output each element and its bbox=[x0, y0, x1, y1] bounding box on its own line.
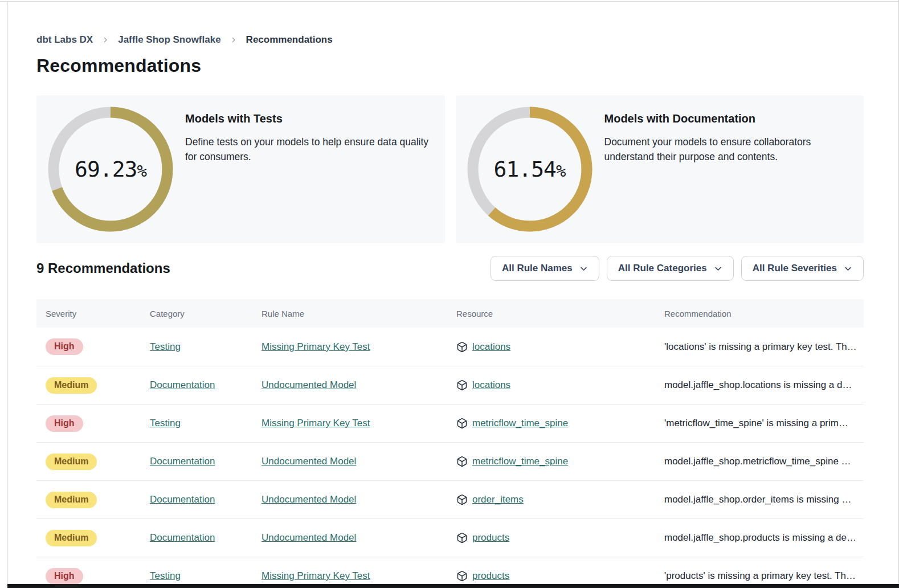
table-row: MediumDocumentationUndocumented Modelpro… bbox=[36, 518, 864, 557]
model-cube-icon bbox=[456, 418, 468, 429]
column-header: Rule Name bbox=[252, 309, 447, 318]
breadcrumb-item[interactable]: dbt Labs DX bbox=[36, 34, 93, 46]
severity-badge: High bbox=[46, 338, 83, 355]
breadcrumb-item[interactable]: Jaffle Shop Snowflake bbox=[118, 34, 220, 46]
metric-card: 61.54%Models with DocumentationDocument … bbox=[456, 95, 864, 243]
resource-link[interactable]: metricflow_time_spine bbox=[472, 418, 568, 429]
resource-cell: metricflow_time_spine bbox=[447, 418, 655, 429]
rule-name-link[interactable]: Undocumented Model bbox=[261, 379, 356, 390]
resource-link[interactable]: metricflow_time_spine bbox=[472, 456, 568, 467]
rule-name-cell: Undocumented Model bbox=[252, 532, 447, 544]
recommendation-cell: model.jaffle_shop.locations is missing a… bbox=[655, 379, 864, 391]
model-cube-icon bbox=[456, 494, 468, 505]
category-link[interactable]: Testing bbox=[150, 570, 181, 581]
metric-card-title: Models with Tests bbox=[185, 112, 431, 125]
table-row: MediumDocumentationUndocumented Modelloc… bbox=[36, 366, 864, 404]
donut-chart: 69.23% bbox=[48, 107, 173, 232]
recommendation-text: model.jaffle_shop.metricflow_time_spine … bbox=[664, 456, 851, 467]
severity-badge: High bbox=[46, 568, 83, 585]
resource-link[interactable]: locations bbox=[472, 379, 510, 391]
category-link[interactable]: Documentation bbox=[150, 456, 215, 467]
metric-card-text: Models with TestsDefine tests on your mo… bbox=[185, 112, 431, 164]
severity-badge: Medium bbox=[46, 377, 97, 394]
recommendation-cell: 'products' is missing a primary key test… bbox=[655, 570, 864, 582]
recommendation-text: model.jaffle_shop.locations is missing a… bbox=[664, 379, 852, 390]
resource-link[interactable]: order_items bbox=[472, 494, 524, 505]
rule-name-link[interactable]: Undocumented Model bbox=[261, 494, 356, 505]
resource-cell: products bbox=[447, 532, 655, 544]
table-row: HighTestingMissing Primary Key Testmetri… bbox=[36, 404, 864, 442]
rule-categories-filter-dropdown[interactable]: All Rule Categories bbox=[607, 256, 734, 281]
category-link[interactable]: Testing bbox=[150, 418, 181, 428]
severity-badge: High bbox=[46, 415, 83, 432]
severity-cell: Medium bbox=[36, 377, 141, 394]
recommendation-cell: 'locations' is missing a primary key tes… bbox=[655, 341, 864, 353]
recommendation-cell: 'metricflow_time_spine' is missing a pri… bbox=[655, 418, 864, 429]
metric-card: 69.23%Models with TestsDefine tests on y… bbox=[36, 95, 445, 243]
list-header: 9 Recommendations All Rule NamesAll Rule… bbox=[36, 256, 864, 281]
resource-link[interactable]: products bbox=[472, 570, 509, 582]
resource-link[interactable]: products bbox=[472, 532, 509, 544]
rule-name-link[interactable]: Undocumented Model bbox=[261, 456, 356, 467]
severity-badge: Medium bbox=[46, 454, 97, 470]
donut-percent-label: 69.23% bbox=[48, 107, 173, 232]
resource-cell: locations bbox=[447, 341, 655, 353]
rule-names-filter-dropdown[interactable]: All Rule Names bbox=[491, 256, 599, 281]
category-cell: Testing bbox=[141, 341, 252, 353]
table-body: HighTestingMissing Primary Key Testlocat… bbox=[36, 328, 864, 588]
recommendations-count-heading: 9 Recommendations bbox=[36, 260, 170, 276]
category-link[interactable]: Documentation bbox=[150, 494, 215, 505]
table-row: MediumDocumentationUndocumented Modelmet… bbox=[36, 442, 864, 480]
model-cube-icon bbox=[456, 341, 468, 353]
model-cube-icon bbox=[456, 379, 468, 391]
recommendation-text: 'metricflow_time_spine' is missing a pri… bbox=[664, 418, 848, 428]
table-row: HighTestingMissing Primary Key Testlocat… bbox=[36, 328, 864, 366]
category-cell: Documentation bbox=[141, 494, 252, 505]
category-link[interactable]: Documentation bbox=[150, 532, 215, 543]
model-cube-icon bbox=[456, 532, 468, 544]
rule-name-cell: Undocumented Model bbox=[252, 456, 447, 467]
breadcrumb: dbt Labs DXJaffle Shop SnowflakeRecommen… bbox=[36, 34, 864, 46]
recommendation-cell: model.jaffle_shop.order_items is missing… bbox=[655, 494, 864, 505]
column-header: Category bbox=[141, 309, 252, 318]
rule-name-cell: Missing Primary Key Test bbox=[252, 570, 447, 582]
model-cube-icon bbox=[456, 570, 468, 582]
category-link[interactable]: Testing bbox=[150, 341, 181, 352]
rule-severities-filter-dropdown[interactable]: All Rule Severities bbox=[741, 256, 864, 281]
resource-cell: metricflow_time_spine bbox=[447, 456, 655, 467]
filter-dropdown-label: All Rule Names bbox=[502, 263, 573, 274]
resource-link[interactable]: locations bbox=[472, 341, 510, 353]
recommendation-cell: model.jaffle_shop.products is missing a … bbox=[655, 532, 864, 544]
column-header: Recommendation bbox=[655, 309, 864, 318]
chevron-right-icon bbox=[102, 36, 109, 43]
severity-badge: Medium bbox=[46, 530, 97, 546]
table-header-row: SeverityCategoryRule NameResourceRecomme… bbox=[36, 299, 864, 328]
recommendation-text: model.jaffle_shop.products is missing a … bbox=[664, 532, 856, 543]
content-left-divider bbox=[7, 2, 8, 588]
column-header: Resource bbox=[447, 309, 655, 318]
rule-name-cell: Undocumented Model bbox=[252, 379, 447, 391]
category-cell: Documentation bbox=[141, 532, 252, 544]
table-row: HighTestingMissing Primary Key Testprodu… bbox=[36, 557, 864, 588]
metric-cards: 69.23%Models with TestsDefine tests on y… bbox=[36, 95, 864, 243]
filter-dropdown-label: All Rule Categories bbox=[618, 263, 707, 274]
donut-percent-label: 61.54% bbox=[467, 107, 592, 232]
resource-cell: order_items bbox=[447, 494, 655, 505]
severity-cell: High bbox=[36, 338, 141, 355]
severity-cell: Medium bbox=[36, 492, 141, 508]
rule-name-link[interactable]: Undocumented Model bbox=[261, 532, 356, 543]
page-title: Recommendations bbox=[36, 55, 864, 76]
metric-card-description: Document your models to ensure collabora… bbox=[604, 134, 851, 164]
rule-name-link[interactable]: Missing Primary Key Test bbox=[261, 418, 370, 428]
rule-name-link[interactable]: Missing Primary Key Test bbox=[261, 570, 370, 581]
metric-card-description: Define tests on your models to help ensu… bbox=[185, 134, 431, 164]
rule-name-cell: Undocumented Model bbox=[252, 494, 447, 505]
recommendation-cell: model.jaffle_shop.metricflow_time_spine … bbox=[655, 456, 864, 467]
recommendation-text: model.jaffle_shop.order_items is missing… bbox=[664, 494, 852, 505]
rule-name-link[interactable]: Missing Primary Key Test bbox=[261, 341, 370, 352]
severity-cell: High bbox=[36, 568, 141, 585]
category-link[interactable]: Documentation bbox=[150, 379, 215, 390]
resource-cell: locations bbox=[447, 379, 655, 391]
filter-bar: All Rule NamesAll Rule CategoriesAll Rul… bbox=[491, 256, 864, 281]
category-cell: Testing bbox=[141, 570, 252, 582]
